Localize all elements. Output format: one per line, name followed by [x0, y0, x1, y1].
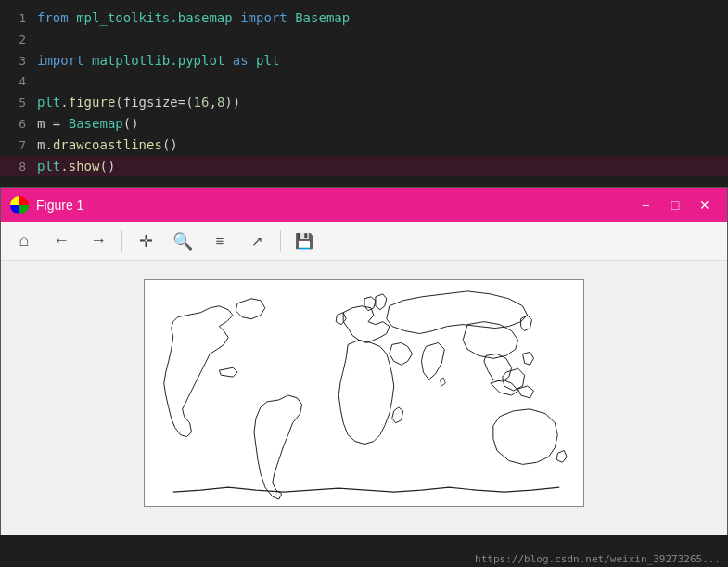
line-number: 7 — [7, 136, 26, 156]
code-line: 8plt.show() — [0, 156, 728, 177]
zoom-button[interactable]: 🔍 — [167, 226, 198, 256]
figure-title: Figure 1 — [36, 198, 83, 213]
figure-icon — [10, 196, 29, 214]
code-content: plt.show() — [37, 156, 115, 176]
figure-window: Figure 1 − □ ✕ ⌂ ← → ✛ 🔍 ≡ ↗ 💾 — [0, 187, 728, 535]
code-line: 2 — [0, 29, 728, 50]
line-number: 5 — [7, 94, 26, 113]
code-content: import matplotlib.pyplot as plt — [37, 50, 279, 71]
code-content — [37, 29, 45, 49]
code-line: 1from mpl_toolkits.basemap import Basema… — [0, 7, 728, 29]
forward-button[interactable]: → — [83, 226, 114, 256]
close-button[interactable]: ✕ — [692, 195, 718, 215]
code-content — [37, 71, 45, 91]
code-content: from mpl_toolkits.basemap import Basemap — [37, 7, 350, 28]
toolbar-separator-1 — [121, 230, 122, 252]
code-content: plt.figure(figsize=(16,8)) — [37, 92, 240, 112]
app-container: 1from mpl_toolkits.basemap import Basema… — [0, 0, 728, 567]
plot-container — [144, 279, 584, 507]
line-number: 4 — [7, 72, 26, 92]
home-button[interactable]: ⌂ — [8, 226, 40, 256]
line-number: 3 — [7, 52, 26, 71]
line-number: 6 — [7, 115, 26, 135]
url-bar: https://blog.csdn.net/weixin_39273265... — [0, 551, 728, 567]
code-line: 6m = Basemap() — [0, 113, 728, 135]
code-editor: 1from mpl_toolkits.basemap import Basema… — [0, 0, 728, 184]
edit-button[interactable]: ↗ — [241, 226, 273, 256]
toolbar-separator-2 — [280, 230, 281, 252]
code-line: 4 — [0, 71, 728, 92]
svg-rect-0 — [146, 280, 582, 506]
line-number: 1 — [7, 9, 26, 29]
world-map-svg — [145, 280, 583, 506]
minimize-button[interactable]: − — [632, 195, 658, 215]
figure-window-controls: − □ ✕ — [632, 195, 718, 215]
figure-toolbar: ⌂ ← → ✛ 🔍 ≡ ↗ 💾 — [1, 222, 727, 261]
maximize-button[interactable]: □ — [662, 195, 688, 215]
code-line: 5plt.figure(figsize=(16,8)) — [0, 92, 728, 113]
save-button[interactable]: 💾 — [288, 226, 320, 256]
pan-button[interactable]: ✛ — [130, 226, 161, 256]
code-content: m.drawcoastlines() — [37, 135, 178, 155]
figure-content — [1, 261, 727, 535]
back-button[interactable]: ← — [45, 226, 77, 256]
figure-titlebar: Figure 1 − □ ✕ — [1, 188, 727, 222]
code-content: m = Basemap() — [37, 113, 139, 134]
line-number: 8 — [7, 158, 26, 177]
line-number: 2 — [7, 31, 26, 50]
code-line: 7m.drawcoastlines() — [0, 135, 728, 156]
configure-button[interactable]: ≡ — [204, 226, 236, 256]
code-line: 3import matplotlib.pyplot as plt — [0, 50, 728, 71]
